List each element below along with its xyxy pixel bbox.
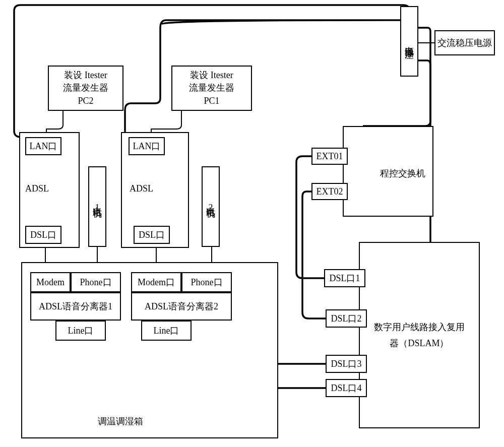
dsl3-label: DSL口3 (331, 358, 361, 370)
pbx-box: 程控交换机 (343, 126, 433, 217)
modem-port-1-label: Modem (36, 277, 65, 288)
dsl4-label: DSL口4 (331, 382, 361, 394)
modem-port-2-label: Modem口 (138, 276, 175, 288)
splitter-2-label: ADSL语音分离器2 (145, 300, 218, 312)
dsl-port-2-label: DSL口 (139, 229, 165, 241)
lan-port-1-label: LAN口 (30, 140, 57, 152)
phone-port-2: Phone口 (181, 272, 232, 292)
ext01-label: EXT01 (317, 151, 343, 162)
dsl2-label: DSL口2 (331, 312, 361, 325)
splitter-1-label: ADSL语音分离器1 (39, 300, 112, 312)
dslam-box: 数字用户线路接入复用器（DSLAM） (359, 242, 480, 428)
adsl-label-1: ADSL (25, 183, 49, 194)
ext01-port: EXT01 (311, 148, 348, 165)
lan-port-2: LAN口 (129, 137, 165, 155)
power-socket-label: 电源插座 (403, 39, 415, 43)
phone-1-label: 电话机1 (91, 200, 103, 214)
phone-port-1: Phone口 (71, 272, 121, 292)
pc1-label: 装设 Itester流量发生器PC1 (187, 68, 236, 108)
phone-2-label: 电话机2 (205, 200, 217, 214)
line-port-2-label: Line口 (154, 325, 179, 337)
dsl-port-1-label: DSL口 (30, 229, 56, 241)
pc1-box: 装设 Itester流量发生器PC1 (171, 66, 252, 111)
dsl-port-2: DSL口 (134, 226, 170, 244)
splitter-1: ADSL语音分离器1 (30, 292, 121, 321)
lan-port-1: LAN口 (25, 137, 61, 155)
line-port-2: Line口 (141, 321, 192, 341)
phone-port-2-label: Phone口 (191, 276, 223, 288)
pc2-label: 装设 Itester流量发生器PC2 (61, 68, 110, 108)
modem-port-2: Modem口 (131, 272, 181, 292)
line-port-1: Line口 (55, 321, 106, 341)
dsl-port-num-2: DSL口2 (326, 309, 367, 328)
ext02-label: EXT02 (317, 186, 343, 197)
power-socket: 电源插座 (400, 6, 418, 77)
dsl1-label: DSL口1 (329, 272, 360, 284)
dsl-port-num-4: DSL口4 (326, 379, 367, 397)
line-port-1-label: Line口 (68, 325, 94, 337)
dsl-port-1: DSL口 (25, 226, 61, 244)
phone-port-1-label: Phone口 (80, 276, 112, 288)
dsl-port-num-1: DSL口1 (324, 269, 365, 287)
pbx-label: 程控交换机 (380, 167, 425, 179)
ac-regulated-power: 交流稳压电源 (434, 30, 495, 55)
chamber-label: 调温调湿箱 (98, 415, 143, 427)
ac-power-label: 交流稳压电源 (435, 36, 494, 50)
dslam-label: 数字用户线路接入复用器（DSLAM） (360, 319, 479, 352)
phone-2: 电话机2 (202, 166, 220, 247)
dsl-port-num-3: DSL口3 (326, 355, 367, 373)
pc2-box: 装设 Itester流量发生器PC2 (48, 66, 123, 111)
splitter-2: ADSL语音分离器2 (131, 292, 232, 321)
ext02-port: EXT02 (311, 183, 348, 200)
adsl-label-2: ADSL (130, 183, 153, 194)
phone-1: 电话机1 (88, 166, 106, 247)
lan-port-2-label: LAN口 (133, 140, 161, 152)
modem-port-1: Modem (30, 272, 71, 292)
